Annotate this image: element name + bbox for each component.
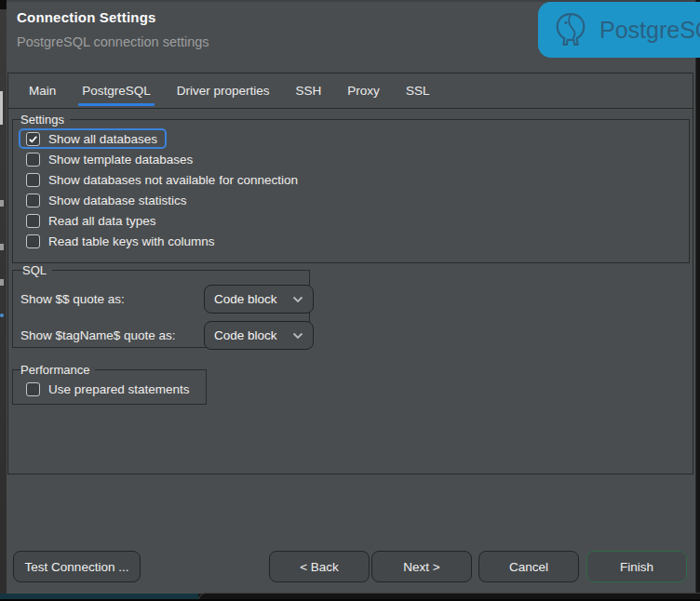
dropdown-label: Show $$ quote as:	[20, 292, 125, 306]
checkbox-show-all-databases[interactable]: Show all databases	[19, 128, 167, 149]
checkbox-label: Show database statistics	[48, 194, 187, 207]
tab-postgresql[interactable]: PostgreSQL	[69, 73, 164, 108]
tab-ssh[interactable]: SSH	[283, 73, 335, 108]
checkbox-label: Use prepared statements	[48, 382, 190, 396]
sql-group: SQL Show $$ quote as: Code block Show $t…	[12, 263, 310, 348]
checkbox-icon[interactable]	[26, 234, 40, 248]
cancel-button[interactable]: Cancel	[478, 551, 579, 582]
tab-label: Driver properties	[177, 84, 270, 98]
tab-main[interactable]: Main	[16, 73, 69, 108]
dialog-header: Connection Settings PostgreSQL connectio…	[0, 0, 700, 60]
background-icon-fragment	[0, 279, 4, 286]
tab-label: SSL	[406, 84, 430, 98]
background-window-edge	[0, 0, 7, 594]
dollar-quote-dropdown[interactable]: Code block	[204, 285, 314, 314]
performance-group: Performance Use prepared statements	[12, 363, 207, 405]
tab-driver-properties[interactable]: Driver properties	[164, 73, 283, 108]
checkbox-icon[interactable]	[26, 382, 40, 396]
tab-ssl[interactable]: SSL	[393, 73, 443, 108]
checkbox-show-database-statistics[interactable]: Show database statistics	[19, 190, 196, 210]
test-connection-button[interactable]: Test Connection ...	[13, 551, 141, 582]
tab-label: PostgreSQL	[82, 84, 151, 98]
page-subtitle: PostgreSQL connection settings	[17, 34, 209, 49]
postgresql-logo-banner: PostgreSQL	[538, 2, 700, 58]
checkbox-read-table-keys[interactable]: Read table keys with columns	[19, 231, 224, 251]
checkbox-label: Read all data types	[48, 214, 156, 228]
checkbox-use-prepared-statements[interactable]: Use prepared statements	[19, 379, 199, 399]
chevron-down-icon	[292, 296, 303, 303]
tab-proxy[interactable]: Proxy	[334, 73, 393, 108]
checkbox-icon[interactable]	[26, 173, 40, 187]
checkbox-show-databases-not-available[interactable]: Show databases not available for connect…	[19, 169, 307, 190]
checkbox-read-all-data-types[interactable]: Read all data types	[19, 210, 166, 231]
tagname-quote-dropdown[interactable]: Code block	[204, 321, 314, 350]
back-button[interactable]: < Back	[269, 551, 370, 582]
tab-label: Main	[29, 84, 56, 98]
background-scrollbar-fragment	[0, 91, 3, 125]
checkbox-show-template-databases[interactable]: Show template databases	[19, 149, 202, 169]
dropdown-value: Code block	[214, 292, 289, 306]
sql-row-tagname-quote: Show $tagName$ quote as: Code block	[20, 317, 302, 354]
dropdown-label: Show $tagName$ quote as:	[20, 328, 176, 342]
settings-group-legend: Settings	[20, 113, 70, 127]
page-title: Connection Settings	[17, 9, 156, 25]
postgresql-elephant-icon	[551, 10, 590, 49]
sql-row-dollar-quote: Show $$ quote as: Code block	[20, 281, 302, 317]
performance-group-legend: Performance	[20, 363, 95, 377]
postgresql-logo-text: PostgreSQL	[599, 17, 700, 44]
settings-group: Settings Show all databases Show templat…	[12, 113, 690, 263]
checkbox-icon[interactable]	[26, 153, 40, 167]
checkbox-label: Show all databases	[48, 132, 157, 146]
tab-bar: Main PostgreSQL Driver properties SSH Pr…	[8, 73, 693, 109]
checkbox-icon[interactable]	[26, 194, 40, 207]
checkbox-icon[interactable]	[26, 214, 40, 228]
checkbox-label: Show template databases	[48, 153, 193, 167]
background-icon-fragment	[0, 314, 4, 317]
finish-button[interactable]: Finish	[586, 551, 687, 582]
checkbox-icon[interactable]	[26, 132, 40, 146]
checkbox-label: Read table keys with columns	[48, 234, 215, 248]
tab-label: SSH	[296, 84, 322, 98]
next-button[interactable]: Next >	[371, 551, 472, 582]
dropdown-value: Code block	[214, 328, 289, 342]
checkbox-label: Show databases not available for connect…	[48, 173, 298, 187]
sql-group-legend: SQL	[22, 263, 52, 277]
background-icon-fragment	[0, 244, 4, 250]
chevron-down-icon	[292, 332, 303, 340]
check-icon	[28, 134, 38, 144]
background-icon-fragment	[0, 200, 4, 207]
screenshot-root: Connection Settings PostgreSQL connectio…	[0, 0, 700, 601]
tab-label: Proxy	[347, 84, 380, 98]
